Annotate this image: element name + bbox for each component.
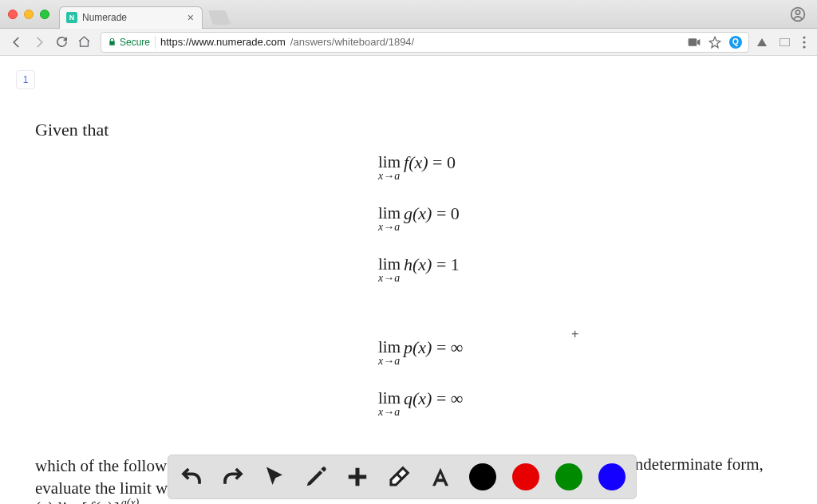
window-minimize-button[interactable] (24, 10, 34, 19)
url-path: /answers/whiteboard/1894/ (290, 36, 414, 48)
new-tab-button[interactable] (208, 10, 231, 25)
window-controls (8, 10, 49, 19)
whiteboard-toolbar (168, 455, 637, 499)
follow-line2: evaluate the limit w (35, 478, 168, 498)
given-label: Given that (35, 120, 109, 140)
part-a-exponent: g(x) (121, 497, 140, 504)
pencil-tool[interactable] (303, 464, 329, 490)
back-button[interactable] (6, 32, 27, 53)
camera-icon[interactable] (688, 37, 701, 47)
plus-tool[interactable] (345, 464, 370, 490)
star-icon[interactable] (708, 36, 721, 49)
part-a: (a) lim [ f(x) ] g(x) (35, 498, 139, 504)
color-red[interactable] (512, 463, 539, 490)
lim-label: lim (378, 204, 401, 222)
eraser-tool[interactable] (386, 464, 412, 490)
secure-label-text: Secure (120, 37, 150, 48)
lim-label: lim (378, 338, 401, 356)
forward-button[interactable] (29, 32, 49, 53)
lim-subscript: x→a (378, 355, 400, 367)
extension-icons (756, 36, 811, 49)
lock-icon (108, 37, 116, 46)
follow-line1: which of the follow (35, 456, 167, 475)
equation-3: lim x→a h(x) = 1 (378, 255, 460, 284)
color-green[interactable] (555, 463, 582, 490)
window-close-button[interactable] (8, 10, 18, 19)
window-indicator-icon[interactable] (780, 38, 790, 46)
indeterminate-text: indeterminate form, (630, 455, 764, 474)
color-black[interactable] (469, 463, 496, 490)
undo-button[interactable] (179, 464, 204, 490)
eq2-rhs: = 0 (432, 203, 459, 223)
tab-title: Numerade (82, 12, 183, 23)
secure-indicator: Secure (108, 37, 150, 48)
bracket-open: [ (82, 498, 88, 504)
part-a-label: (a) lim (35, 498, 81, 504)
page-number-badge[interactable]: 1 (16, 70, 35, 89)
url-host: https://www.numerade.com (160, 36, 286, 48)
pointer-tool[interactable] (262, 464, 287, 490)
part-a-fn: f(x) (89, 498, 112, 504)
equation-1: lim x→a f(x) = 0 (378, 153, 456, 182)
eq1-fn: f(x) (404, 152, 428, 172)
lim-subscript: x→a (378, 406, 400, 418)
color-blue[interactable] (598, 463, 626, 490)
lim-subscript: x→a (378, 221, 400, 233)
text-tool[interactable] (428, 464, 453, 490)
bracket-close: ] (114, 498, 120, 504)
profile-icon[interactable] (790, 6, 806, 22)
svg-rect-2 (689, 38, 697, 45)
eq1-rhs: = 0 (428, 152, 456, 172)
cursor-crosshair: + (571, 327, 578, 341)
separator (155, 36, 156, 49)
eq3-rhs: = 1 (432, 254, 459, 274)
reload-button[interactable] (51, 32, 72, 53)
lim-label: lim (378, 389, 401, 408)
svg-point-5 (803, 45, 805, 48)
triangle-icon[interactable] (757, 38, 767, 46)
svg-point-3 (803, 36, 805, 38)
equation-2: lim x→a g(x) = 0 (378, 204, 460, 233)
lim-label: lim (378, 255, 401, 274)
equation-5: lim x→a q(x) = ∞ (378, 389, 464, 418)
redo-button[interactable] (220, 464, 246, 490)
menu-icon[interactable] (803, 36, 806, 49)
lim-subscript: x→a (378, 170, 400, 182)
eq4-rhs: = ∞ (432, 337, 463, 357)
eq4-fn: p(x) (404, 337, 432, 357)
home-button[interactable] (73, 32, 94, 53)
tab-favicon: N (66, 12, 77, 23)
address-bar[interactable]: Secure https://www.numerade.com/answers/… (101, 32, 749, 53)
omnibox-icons: Q (688, 36, 742, 49)
extension-badge[interactable]: Q (729, 36, 742, 49)
eq3-fn: h(x) (404, 254, 432, 274)
tab-close-button[interactable]: × (187, 12, 194, 23)
browser-tab[interactable]: N Numerade × (59, 6, 203, 29)
eq5-rhs: = ∞ (432, 388, 463, 408)
eq5-fn: q(x) (404, 388, 432, 408)
titlebar: N Numerade × (0, 0, 817, 29)
lim-subscript: x→a (378, 272, 400, 284)
browser-toolbar: Secure https://www.numerade.com/answers/… (0, 29, 817, 56)
window-zoom-button[interactable] (40, 10, 49, 19)
svg-point-4 (803, 41, 805, 43)
follow-text: which of the follow evaluate the limit w (35, 455, 168, 500)
svg-point-1 (795, 10, 799, 14)
page-content: 1 Given that lim x→a f(x) = 0 lim x→a g(… (0, 56, 817, 504)
equation-4: lim x→a p(x) = ∞ (378, 338, 464, 367)
lim-label: lim (378, 153, 401, 171)
eq2-fn: g(x) (404, 203, 432, 223)
